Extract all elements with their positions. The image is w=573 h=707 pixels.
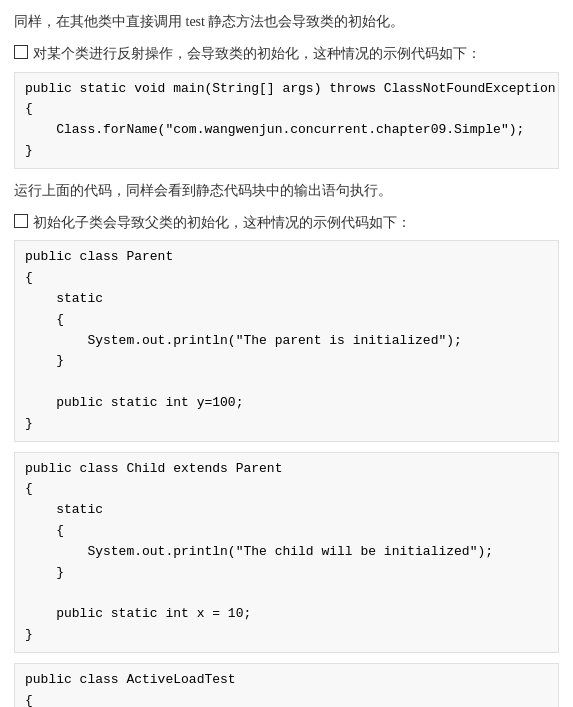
paragraph-1: 同样，在其他类中直接调用 test 静态方法也会导致类的初始化。 — [14, 10, 559, 34]
code-block-1: public static void main(String[] args) t… — [14, 72, 559, 169]
code-block-2: public class Parent { static { System.ou… — [14, 240, 559, 441]
bullet-text-2: 初始化子类会导致父类的初始化，这种情况的示例代码如下： — [33, 211, 411, 235]
paragraph-2: 运行上面的代码，同样会看到静态代码块中的输出语句执行。 — [14, 179, 559, 203]
bullet-text-1: 对某个类进行反射操作，会导致类的初始化，这种情况的示例代码如下： — [33, 42, 481, 66]
code-block-4: public class ActiveLoadTest { public sta… — [14, 663, 559, 707]
code-block-3: public class Child extends Parent { stat… — [14, 452, 559, 653]
checkbox-icon-2 — [14, 214, 28, 228]
bullet-item-1: 对某个类进行反射操作，会导致类的初始化，这种情况的示例代码如下： — [14, 42, 559, 66]
bullet-item-2: 初始化子类会导致父类的初始化，这种情况的示例代码如下： — [14, 211, 559, 235]
checkbox-icon — [14, 45, 28, 59]
